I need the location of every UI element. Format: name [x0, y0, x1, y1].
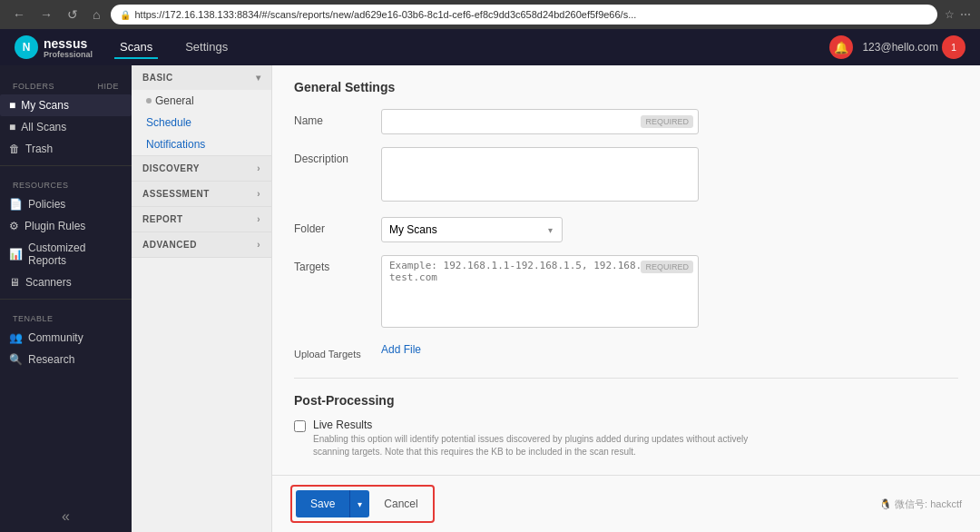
description-label: Description: [294, 147, 367, 165]
live-results-row: Live Results Enabling this option will i…: [294, 419, 958, 458]
sidebar-divider-2: [0, 299, 132, 300]
extensions-icon: ⋯: [960, 8, 971, 21]
trash-icon: 🗑: [9, 143, 20, 155]
sidebar-item-label: Research: [28, 353, 74, 366]
live-results-checkbox[interactable]: [294, 420, 306, 432]
watermark: 🐧 微信号: hackctf: [879, 498, 962, 511]
upload-targets-control: Add File: [381, 343, 699, 356]
sidebar-item-label: My Scans: [21, 99, 69, 112]
sidebar-item-research[interactable]: 🔍 Research: [0, 349, 132, 370]
save-button[interactable]: Save: [296, 490, 349, 517]
avatar: 1: [942, 35, 965, 59]
policies-icon: 📄: [9, 198, 23, 211]
sidebar-item-trash[interactable]: 🗑 Trash: [0, 138, 132, 160]
sidebar-item-label: Plugin Rules: [24, 220, 85, 232]
discovery-section: DISCOVERY ›: [132, 156, 271, 182]
watermark-text: 微信号: hackctf: [895, 498, 962, 509]
lock-icon: 🔒: [120, 10, 131, 20]
logo-icon: N: [15, 35, 38, 59]
sidebar-collapse-btn[interactable]: «: [0, 501, 132, 532]
sidebar-item-scanners[interactable]: 🖥 Scanners: [0, 271, 132, 293]
all-scans-icon: ■: [9, 121, 15, 133]
targets-label: Targets: [294, 255, 367, 273]
refresh-button[interactable]: ↺: [64, 5, 82, 24]
general-settings-title: General Settings: [294, 80, 958, 94]
basic-section-header[interactable]: BASIC ▾: [132, 65, 271, 90]
post-processing-section: Post-Processing Live Results Enabling th…: [294, 378, 958, 458]
forward-button[interactable]: →: [36, 5, 56, 24]
name-row: Name REQUIRED: [294, 109, 958, 134]
sidebar-item-policies[interactable]: 📄 Policies: [0, 193, 132, 215]
research-icon: 🔍: [9, 353, 23, 366]
description-row: Description: [294, 147, 958, 204]
bookmark-icon: ☆: [945, 8, 955, 21]
notification-button[interactable]: 🔔: [829, 35, 853, 59]
customized-reports-icon: 📊: [9, 248, 23, 261]
advanced-section: ADVANCED ›: [132, 232, 271, 258]
save-dropdown-button[interactable]: ▾: [349, 490, 369, 517]
chevron-right-icon: ›: [257, 240, 260, 250]
content-panel: General Settings Name REQUIRED: [272, 65, 980, 475]
plugin-rules-icon: ⚙: [9, 220, 19, 232]
back-button[interactable]: ←: [9, 5, 29, 24]
folder-select-wrapper: My Scans All Scans Trash ▾: [381, 217, 699, 242]
sidebar-item-plugin-rules[interactable]: ⚙ Plugin Rules: [0, 215, 132, 237]
folders-header: FOLDERS Hide: [0, 73, 132, 94]
assessment-section-header[interactable]: ASSESSMENT ›: [132, 182, 271, 206]
browser-chrome: ← → ↺ ⌂ 🔒 https://172.16.138.133:8834/#/…: [0, 0, 980, 29]
advanced-section-header[interactable]: ADVANCED ›: [132, 232, 271, 257]
sidebar-item-my-scans[interactable]: ■ My Scans: [0, 94, 132, 116]
top-nav: N nessus Professional Scans Settings 🔔 1…: [0, 29, 980, 65]
nav-right: 🔔 123@hello.com 1: [829, 35, 965, 59]
sidebar-item-label: Customized Reports: [28, 241, 122, 267]
cancel-button[interactable]: Cancel: [373, 490, 428, 517]
bottom-bar: Save ▾ Cancel 🐧 微信号: hackctf: [272, 475, 980, 532]
dot-icon: [146, 98, 152, 103]
logo-text: nessus Professional: [44, 36, 93, 59]
targets-required-badge: REQUIRED: [641, 261, 693, 273]
description-control: [381, 147, 699, 204]
report-section-header[interactable]: REPORT ›: [132, 207, 271, 232]
sidebar-item-customized-reports[interactable]: 📊 Customized Reports: [0, 237, 132, 271]
url-bar[interactable]: 🔒 https://172.16.138.133:8834/#/scans/re…: [111, 5, 937, 25]
sidebar-item-all-scans[interactable]: ■ All Scans: [0, 116, 132, 138]
bottom-left-actions: Save ▾: [296, 490, 369, 517]
save-group-outline: Save ▾ Cancel: [290, 485, 435, 523]
chevron-right-icon: ›: [257, 189, 260, 199]
folder-row: Folder My Scans All Scans Trash ▾: [294, 217, 958, 242]
hide-link[interactable]: Hide: [97, 82, 119, 91]
main-area: FOLDERS Hide ■ My Scans ■ All Scans 🗑 Tr…: [0, 65, 980, 532]
sidebar-item-label: Scanners: [25, 276, 72, 289]
live-results-content: Live Results Enabling this option will i…: [313, 419, 785, 458]
description-textarea[interactable]: [381, 147, 699, 202]
add-file-link[interactable]: Add File: [381, 343, 421, 356]
home-button[interactable]: ⌂: [89, 5, 103, 24]
middle-item-general[interactable]: General: [132, 90, 271, 112]
sidebar-item-label: All Scans: [21, 121, 66, 133]
sidebar-item-community[interactable]: 👥 Community: [0, 327, 132, 349]
sidebar: FOLDERS Hide ■ My Scans ■ All Scans 🗑 Tr…: [0, 65, 132, 532]
middle-item-schedule[interactable]: Schedule: [132, 112, 271, 133]
browser-right-controls: ☆ ⋯: [945, 8, 971, 21]
logo-sub: Professional: [44, 51, 93, 59]
name-label: Name: [294, 109, 367, 127]
live-results-desc: Enabling this option will identify poten…: [313, 433, 785, 458]
folder-label: Folder: [294, 217, 367, 235]
name-input-wrapper: REQUIRED: [381, 109, 699, 134]
discovery-section-header[interactable]: DISCOVERY ›: [132, 156, 271, 181]
sidebar-item-label: Policies: [28, 198, 65, 211]
my-scans-icon: ■: [9, 99, 15, 112]
nav-settings[interactable]: Settings: [180, 36, 233, 59]
post-processing-title: Post-Processing: [294, 393, 958, 408]
middle-item-notifications[interactable]: Notifications: [132, 133, 271, 155]
user-info: 123@hello.com 1: [862, 35, 965, 59]
community-icon: 👥: [9, 331, 23, 344]
folder-select[interactable]: My Scans All Scans Trash: [381, 217, 563, 242]
nav-scans[interactable]: Scans: [114, 36, 158, 59]
tenable-header: TENABLE: [0, 305, 132, 327]
user-email: 123@hello.com: [862, 41, 938, 54]
name-control: REQUIRED: [381, 109, 699, 134]
targets-control: REQUIRED: [381, 255, 699, 330]
sidebar-item-label: Community: [28, 331, 83, 344]
middle-panel: BASIC ▾ General Schedule Notifications D…: [132, 65, 272, 532]
